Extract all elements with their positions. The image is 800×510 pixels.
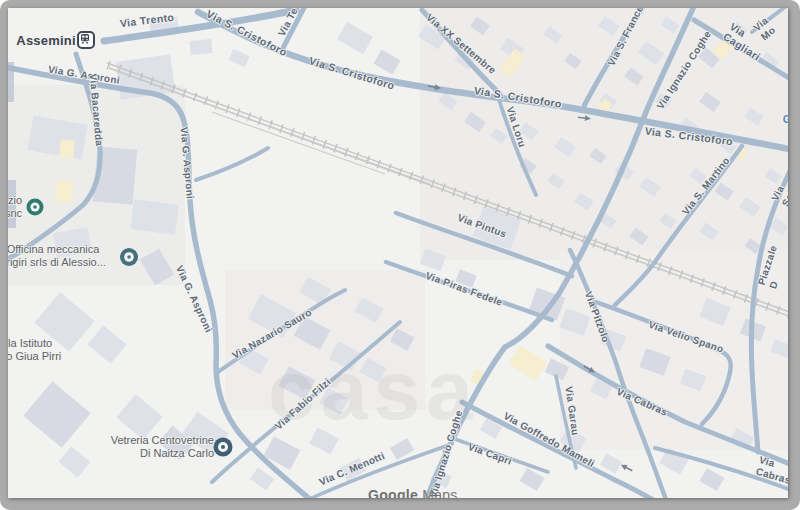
poi-label-vetreria-centovetrine[interactable]: Vetreria Centovetrine Di Naitza Carlo: [94, 434, 214, 459]
building: [700, 468, 725, 491]
partial-place-label[interactable]: G: [783, 113, 788, 126]
building: [390, 438, 414, 460]
building: [228, 49, 249, 67]
building: [58, 446, 90, 477]
google-wordmark: Google: [368, 487, 418, 498]
one-way-arrow: [619, 462, 633, 473]
poi-label-officina-meccanica[interactable]: Officina meccanica origiri srls di Aless…: [8, 243, 121, 268]
town-label-assemini[interactable]: Assemini: [16, 34, 75, 49]
google-maps-attribution[interactable]: Google Maps: [368, 487, 458, 498]
building: [130, 199, 179, 235]
poi-dot-vetreria[interactable]: [214, 438, 233, 457]
building: [250, 468, 274, 491]
building: [116, 394, 162, 439]
building: [189, 39, 212, 55]
poi-label-nazio[interactable]: nazio snc: [8, 194, 22, 219]
map-viewport[interactable]: casa Via TrentoVia S. CristoforoVia S. C…: [8, 8, 788, 498]
building: [600, 453, 622, 473]
map-canvas[interactable]: casa Via TrentoVia S. CristoforoVia S. C…: [8, 8, 788, 498]
building: [337, 22, 373, 54]
building: [373, 50, 400, 75]
poi-label-uola-istituto[interactable]: uola Istituto cnico Giua Pirri: [8, 337, 77, 362]
building: [55, 179, 74, 203]
poi-dot-green[interactable]: [27, 199, 44, 216]
road-asproni-spur: [196, 148, 268, 180]
maps-wordmark: Maps: [422, 487, 457, 498]
train-glyph: [79, 33, 91, 45]
building: [87, 325, 126, 363]
building: [23, 381, 90, 448]
building: [59, 139, 75, 158]
train-station-icon[interactable]: [77, 31, 95, 49]
poi-dot-officina[interactable]: [120, 248, 138, 266]
map-screenshot: casa Via TrentoVia S. CristoforoVia S. C…: [0, 0, 800, 510]
building: [520, 468, 545, 491]
